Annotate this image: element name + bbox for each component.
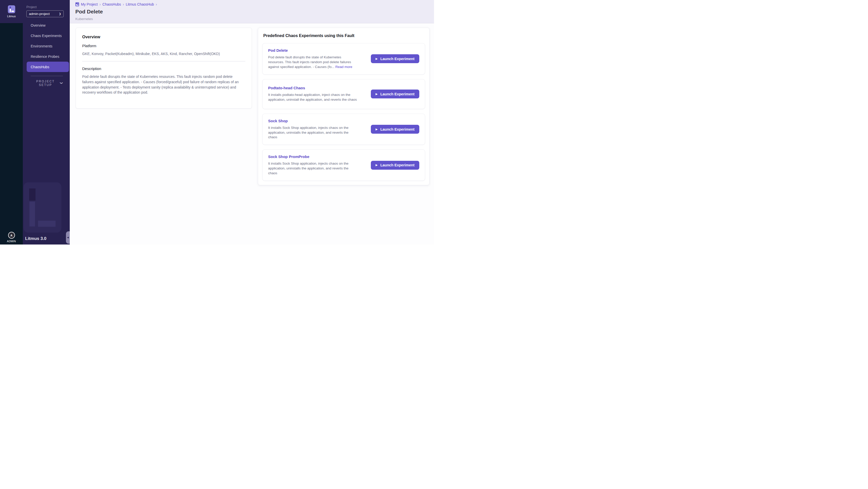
experiment-card: Sock Shop It installs Sock Shop applicat… [262,114,425,145]
experiments-heading: Predefined Chaos Experiments using this … [263,33,425,38]
experiment-description: It installs Sock Shop application, injec… [268,126,348,139]
sidebar-divider [31,76,63,76]
experiment-title-pod-delete[interactable]: Pod Delete [268,48,358,53]
overview-card-title: Overview [82,35,245,39]
overview-card: Overview Platform GKE, Konvoy, Packet(Ku… [75,28,252,109]
content-area: Overview Platform GKE, Konvoy, Packet(Ku… [70,23,434,245]
collapse-arrow-icon: ◀ [67,236,69,239]
project-setup-toggle[interactable]: PROJECT SETUP ❯ [23,80,70,87]
sidebar-collapse-handle[interactable]: ◀ [66,231,70,244]
description-label: Description [82,66,245,71]
project-name: admin-project [29,12,50,16]
admin-avatar[interactable]: A [8,232,15,239]
version-label: Litmus 3.0 [25,236,46,241]
experiment-card: Sock Shop PromProbe It installs Sock Sho… [262,149,425,181]
sidebar-item-chaoshubs[interactable]: ChaosHubs [27,62,69,72]
sidebar: Project admin-project ❯ Overview Chaos E… [23,0,70,245]
play-icon: ▶ [376,58,378,60]
experiment-description: It installs Sock Shop application, injec… [268,161,348,175]
platform-value: GKE, Konvoy, Packet(Kubeadm), Minikube, … [82,51,245,56]
chevron-down-icon: ❯ [60,82,63,85]
breadcrumb-chaoshubs[interactable]: ChaosHubs [102,2,121,6]
play-icon: ▶ [376,164,378,166]
experiment-title-sock-shop[interactable]: Sock Shop [268,119,358,123]
breadcrumb-my-project[interactable]: My Project [81,2,98,6]
breadcrumb-separator-icon: › [156,2,157,6]
breadcrumb-separator-icon: › [123,2,124,6]
litmus-logo-label: Litmus [7,15,16,18]
read-more-link[interactable]: Read more [335,65,352,69]
experiment-title-sock-shop-promprobe[interactable]: Sock Shop PromProbe [268,154,358,159]
litmus-home-button[interactable]: Litmus [0,0,23,23]
sidebar-item-overview[interactable]: Overview [23,20,70,30]
platform-label: Platform [82,43,245,48]
experiment-description: It installs podtato-head application, in… [268,93,357,101]
litmus-watermark-logo [24,182,61,233]
sidebar-nav: Overview Chaos Experiments Environments … [23,20,70,72]
breadcrumb: My Project › ChaosHubs › Litmus ChaosHub… [75,2,434,6]
app-window: Litmus A ADMIN Project admin-project ❯ O… [0,0,434,245]
project-selector[interactable]: admin-project ❯ [26,10,64,17]
sidebar-item-environments[interactable]: Environments [23,41,70,51]
admin-label: ADMIN [0,240,23,243]
launch-experiment-button[interactable]: ▶ Launch Experiment [371,54,419,63]
sidebar-item-chaos-experiments[interactable]: Chaos Experiments [23,30,70,41]
experiment-card: Pod Delete Pod delete fault disrupts the… [262,43,425,74]
play-icon: ▶ [376,128,378,131]
chevron-right-icon: ❯ [59,13,61,15]
page-subtitle: Kubernetes [75,17,434,21]
description-text: Pod delete fault disrupts the state of K… [82,74,245,95]
experiments-panel: Predefined Chaos Experiments using this … [258,28,429,185]
launch-experiment-button[interactable]: ▶ Launch Experiment [371,125,419,134]
litmus-breadcrumb-icon [75,2,79,6]
experiment-card: Podtato-head Chaos It installs podtato-h… [262,79,425,109]
project-label: Project [26,5,70,9]
project-setup-label: PROJECT SETUP [31,80,60,87]
page-header: My Project › ChaosHubs › Litmus ChaosHub… [70,0,434,23]
overview-divider [82,61,245,61]
experiment-title-podtato-head[interactable]: Podtato-head Chaos [268,86,358,90]
breadcrumb-litmus-chaoshub[interactable]: Litmus ChaosHub [126,2,154,6]
avatar-letter: A [10,234,12,237]
page-title: Pod Delete [75,9,434,15]
breadcrumb-separator-icon: › [99,2,101,6]
rail-bottom: A ADMIN [0,232,23,243]
launch-experiment-button[interactable]: ▶ Launch Experiment [371,90,419,98]
litmus-logo-icon [8,5,15,13]
sidebar-item-resilience-probes[interactable]: Resilience Probes [23,51,70,62]
left-rail: Litmus A ADMIN [0,0,23,245]
play-icon: ▶ [376,93,378,95]
launch-experiment-button[interactable]: ▶ Launch Experiment [371,161,419,170]
main-area: My Project › ChaosHubs › Litmus ChaosHub… [70,0,434,245]
